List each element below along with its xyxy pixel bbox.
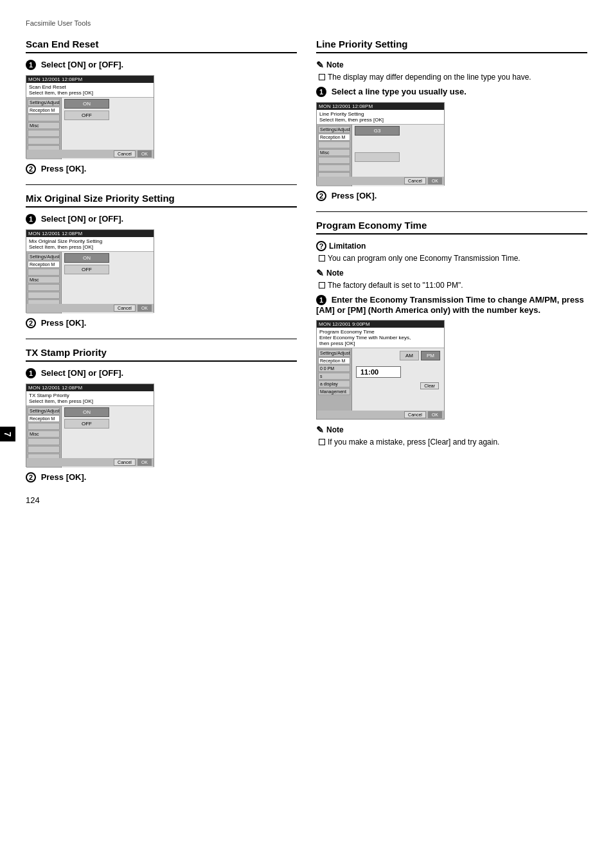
note-header-economy: ✎ Note [316, 268, 587, 278]
screen-footer-stamp: Cancel OK [26, 458, 154, 466]
sidebar-blank2-line [318, 157, 350, 164]
note-line: ✎ Note The display may differ depending … [316, 60, 587, 82]
step1-mix: 1 Select [ON] or [OFF]. [26, 214, 297, 224]
sidebar-blank3-stamp [28, 446, 60, 453]
checkbox-line [319, 74, 325, 80]
limitation-icon: ? [316, 241, 326, 251]
page-container: 7 Facsimile User Tools Scan End Reset 1 … [0, 0, 613, 868]
screen-title: Scan End Reset Select Item, then press [… [26, 83, 154, 98]
sidebar-reception-stamp: Reception M [28, 415, 60, 422]
btn-blank-line [355, 152, 400, 162]
limitation-header: ? Limitation [316, 241, 587, 251]
cancel-btn-economy: Cancel [404, 411, 426, 418]
btn-on-mix: ON [64, 253, 109, 263]
cancel-btn: Cancel [114, 150, 136, 157]
btn-off-stamp: OFF [64, 419, 109, 429]
step1-line: 1 Select a line type you usually use. [316, 87, 587, 97]
section-stamp-priority: TX Stamp Priority 1 Select [ON] or [OFF]… [26, 347, 297, 483]
ok-btn-economy: OK [428, 411, 442, 418]
cancel-btn-line: Cancel [404, 177, 426, 184]
ok-btn-mix: OK [138, 305, 152, 312]
step2-circle-stamp: 2 [26, 472, 36, 483]
ok-btn: OK [138, 150, 152, 157]
sidebar-misc-line: Misc [318, 149, 350, 156]
note-icon-line: ✎ [316, 60, 324, 70]
screen-header-economy: MON 12/2001 9:00PM [317, 321, 444, 328]
note-item-line: The display may differ depending on the … [319, 73, 587, 82]
sidebar-blank-line [318, 141, 350, 148]
note-icon-economy: ✎ [316, 268, 324, 278]
sidebar-reception: Reception M [28, 107, 60, 114]
sidebar-blank3-mix [28, 292, 60, 299]
page-number: 124 [26, 495, 297, 505]
divider1 [26, 184, 297, 185]
sidebar-blank2-stamp [28, 438, 60, 445]
sidebar-misc-mix: Misc [28, 276, 60, 283]
sidebar-s-eco: s [318, 373, 350, 380]
cancel-btn-stamp: Cancel [114, 459, 136, 466]
note2-item-economy: If you make a mistake, press [Clear] and… [319, 438, 587, 447]
step2-stamp: 2 Press [OK]. [26, 472, 297, 483]
sidebar-blank-stamp [28, 423, 60, 430]
sidebar-blank3-line [318, 164, 350, 172]
time-input-row: 11:00 [353, 365, 443, 379]
step1-stamp: 1 Select [ON] or [OFF]. [26, 368, 297, 378]
section-title-line: Line Priority Setting [316, 39, 587, 53]
section-mix-original: Mix Original Size Priority Setting 1 Sel… [26, 193, 297, 328]
screen-footer: Cancel OK [26, 150, 154, 158]
sidebar-settings: Settings/Adjust [28, 99, 60, 106]
btn-g3-line: G3 [355, 126, 400, 136]
screen-mix: MON 12/2001 12:08PM Mix Original Size Pr… [26, 229, 154, 313]
btn-on-stamp: ON [64, 407, 109, 417]
step2-mix: 2 Press [OK]. [26, 318, 297, 328]
screen-line: MON 12/2001 12:08PM Line Priority Settin… [316, 102, 445, 186]
section-scan-end-reset: Scan End Reset 1 Select [ON] or [OFF]. M… [26, 39, 297, 174]
screen-title-economy: Program Economy Time Enter Economy Time … [317, 328, 444, 348]
sidebar-settings-eco: Settings/Adjust [318, 350, 350, 357]
screen-footer-line: Cancel OK [317, 177, 444, 185]
section-title-stamp: TX Stamp Priority [26, 347, 297, 362]
sidebar-blank2-mix [28, 284, 60, 291]
step1-circle-mix: 1 [26, 214, 36, 224]
sidebar-settings-stamp: Settings/Adjust [28, 407, 60, 414]
screen-body-economy: Settings/Adjust Reception M 0 0 PM s a d… [317, 348, 444, 413]
ok-btn-stamp: OK [138, 459, 152, 466]
step1-scan: 1 Select [ON] or [OFF]. [26, 60, 297, 70]
step2-line: 2 Press [OK]. [316, 191, 587, 201]
step2-circle: 2 [26, 164, 36, 174]
note-header-line: ✎ Note [316, 60, 587, 70]
sidebar-reception-line: Reception M [318, 134, 350, 141]
step2-circle-mix: 2 [26, 318, 36, 328]
sidebar-mgmt-eco: Management [318, 388, 350, 395]
two-column-layout: Scan End Reset 1 Select [ON] or [OFF]. M… [26, 39, 587, 505]
sidebar-settings-mix: Settings/Adjust [28, 253, 60, 260]
note-economy: ✎ Note The factory default is set to "11… [316, 268, 587, 290]
divider-right1 [316, 211, 587, 212]
sidebar-blank2 [28, 130, 60, 137]
sidebar-display-eco: a display [318, 380, 350, 387]
screen-scan-end-reset: MON 12/2001 12:08PM Scan End Reset Selec… [26, 75, 154, 159]
sidebar-settings-line: Settings/Adjust [318, 126, 350, 133]
note2-header-economy: ✎ Note [316, 425, 587, 435]
chapter-tab: 7 [0, 427, 15, 442]
screen-stamp: MON 12/2001 12:08PM TX Stamp Priority Se… [26, 384, 154, 467]
section-line-priority: Line Priority Setting ✎ Note The display… [316, 39, 587, 201]
screen-title-stamp: TX Stamp Priority Select Item, then pres… [26, 391, 154, 406]
section-title-economy: Program Economy Time [316, 220, 587, 235]
screen-header-mix: MON 12/2001 12:08PM [26, 230, 154, 237]
btn-on: ON [64, 99, 109, 109]
ok-btn-line: OK [428, 177, 442, 184]
divider2 [26, 339, 297, 339]
checkbox-limitation [319, 255, 325, 261]
screen-economy: MON 12/2001 9:00PM Program Economy Time … [316, 320, 445, 420]
screen-header-line: MON 12/2001 12:08PM [317, 103, 444, 110]
clear-button: Clear [420, 382, 439, 389]
sidebar-misc: Misc [28, 122, 60, 129]
note2-economy: ✎ Note If you make a mistake, press [Cle… [316, 425, 587, 447]
step2-scan: 2 Press [OK]. [26, 164, 297, 174]
screen-title-mix: Mix Original Size Priority Setting Selec… [26, 237, 154, 252]
sidebar-reception-mix: Reception M [28, 261, 60, 268]
am-button: AM [400, 351, 419, 360]
btn-off-mix: OFF [64, 265, 109, 274]
step1-circle-economy: 1 [316, 295, 326, 305]
